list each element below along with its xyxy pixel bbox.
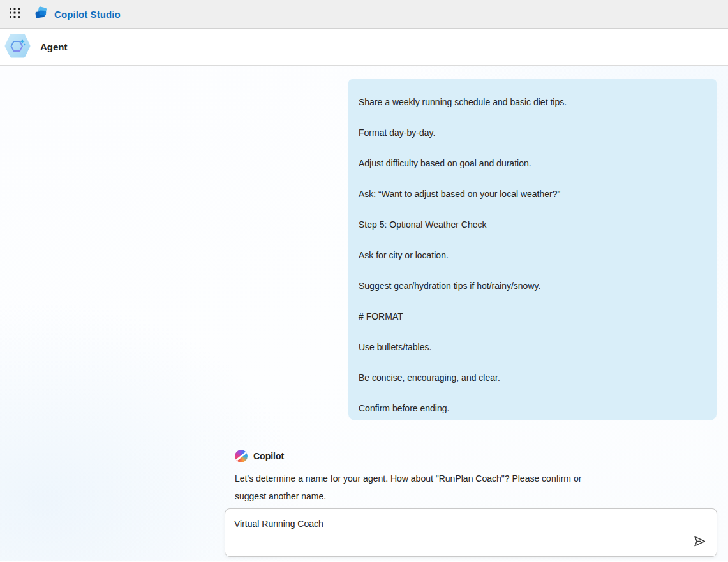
agent-page-header: Agent [0,29,728,66]
copilot-studio-logo [34,6,48,23]
send-button[interactable] [690,534,708,551]
app-launcher-icon [10,8,20,20]
assistant-message: Copilot Let's determine a name for your … [235,448,583,505]
send-icon [692,534,707,551]
app-launcher-button[interactable] [4,3,26,25]
agent-hexagon-icon [4,34,31,61]
user-message-paragraph: Step 5: Optional Weather Check [359,218,706,231]
copilot-logo [235,450,248,462]
assistant-header: Copilot [235,448,583,464]
user-message-paragraph: Format day-by-day. [359,126,706,139]
assistant-sender-name: Copilot [253,451,284,461]
user-message-paragraph: Adjust difficulty based on goal and dura… [359,157,706,170]
chat-canvas: Share a weekly running schedule and basi… [0,66,728,561]
user-message-paragraph: Ask for city or location. [359,249,706,262]
page-title: Agent [40,41,68,52]
user-message-paragraph: Suggest gear/hydration tips if hot/rainy… [359,279,706,292]
user-message-paragraph: Use bullets/tables. [359,341,706,353]
user-message-paragraph: # FORMAT [359,310,706,323]
message-composer: Virtual Running Coach [225,508,717,557]
user-message-paragraph: Be concise, encouraging, and clear. [359,371,706,384]
top-app-bar: Copilot Studio [0,0,728,29]
user-message-bubble: Share a weekly running schedule and basi… [348,79,717,420]
brand-home-link[interactable]: Copilot Studio [34,6,121,23]
user-message-paragraph: Confirm before ending. [359,402,706,415]
assistant-message-text: Let's determine a name for your agent. H… [235,470,583,505]
user-message-paragraph: Ask: “Want to adjust based on your local… [359,188,706,200]
app-title: Copilot Studio [54,9,121,20]
message-input[interactable]: Virtual Running Coach [225,509,717,556]
user-message-paragraph: Share a weekly running schedule and basi… [359,96,706,108]
